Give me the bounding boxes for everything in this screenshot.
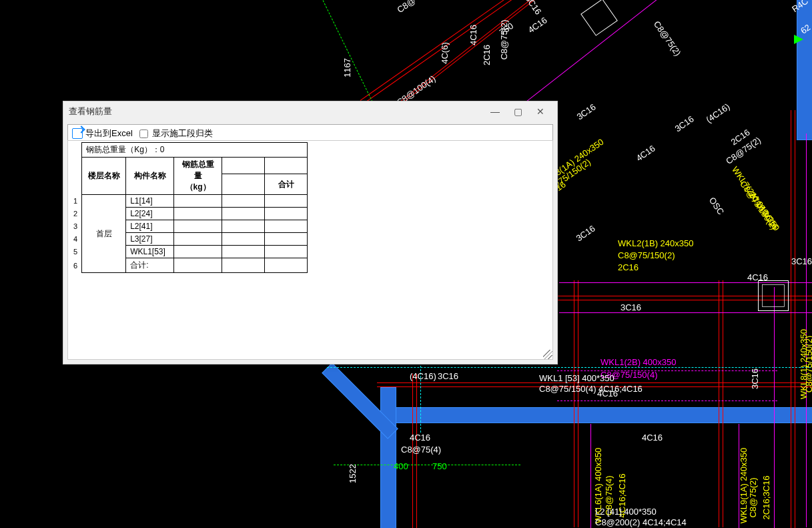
table-row[interactable]: 1 首层 L1[14]: [69, 195, 308, 208]
cad-label: 3C16: [750, 368, 760, 389]
dialog-titlebar[interactable]: 查看钢筋量 — ▢ ✕: [63, 101, 557, 121]
cad-label: 3C16: [575, 101, 598, 121]
cad-label: C8@75/150(4) 4C16;4C16: [539, 384, 643, 394]
cad-label: 1167: [342, 58, 352, 77]
cad-label: 3C16: [523, 0, 543, 17]
cad-label: 3C16: [791, 256, 812, 266]
summary-cell: 钢筋总重量（Kg）：0: [82, 143, 308, 158]
maximize-button[interactable]: ▢: [506, 104, 529, 119]
rebar-table: 钢筋总重量（Kg）：0 楼层名称 构件名称 钢筋总重量 （kg） 合计 1: [69, 142, 308, 273]
floor-cell: 首层: [82, 195, 126, 273]
cad-label: 2C16: [482, 45, 492, 65]
cad-label: C8@75(2): [748, 477, 758, 517]
col-total: 合计: [265, 174, 308, 195]
cad-label: L2 [41] 400*350: [595, 507, 657, 517]
cad-label: (4C16): [410, 371, 436, 381]
cad-label: 4C16: [410, 433, 430, 443]
show-segment-label: 显示施工段归类: [152, 127, 213, 140]
dialog-content: 钢筋总重量（Kg）：0 楼层名称 构件名称 钢筋总重量 （kg） 合计 1: [67, 140, 553, 360]
cad-label: WKL1 [53] 400*350: [539, 373, 615, 383]
cad-label: C8@75/150(2): [804, 336, 812, 392]
rebar-quantity-dialog: 查看钢筋量 — ▢ ✕ 导出到Excel 显示施工段归类 钢筋总重量（Kg）：0: [63, 101, 558, 364]
cad-label: C8@75/150(2): [618, 250, 675, 260]
export-icon: [72, 128, 83, 139]
cad-label: 750: [432, 461, 447, 471]
cad-label: 2C16;3C16: [761, 476, 771, 520]
cad-label: (4C16): [704, 101, 731, 125]
close-button[interactable]: ✕: [529, 104, 552, 119]
col-component: 构件名称: [126, 158, 174, 195]
cad-label: 4C(6): [440, 42, 450, 64]
dialog-title: 查看钢筋量: [69, 105, 112, 117]
col-weight: 钢筋总重量 （kg）: [174, 158, 222, 195]
cad-label: C8@: [395, 0, 417, 15]
cad-label: 3C16: [438, 371, 458, 381]
cad-label: 400: [394, 461, 408, 471]
cad-label: C8@75(2): [652, 19, 683, 58]
col-blank: [222, 158, 265, 174]
cad-label: 2C16: [618, 262, 639, 272]
cad-label: 3C16: [621, 302, 641, 312]
col-blank2: [265, 158, 308, 174]
col-sub-blank: [222, 174, 265, 195]
minimize-button[interactable]: —: [484, 104, 506, 119]
cad-label: 4C16: [635, 143, 657, 163]
col-floor: 楼层名称: [82, 158, 126, 195]
export-excel-button[interactable]: 导出到Excel: [72, 127, 133, 140]
show-segment-checkbox[interactable]: 显示施工段归类: [139, 127, 213, 140]
cad-label: C8@75(4): [401, 445, 441, 455]
cad-label: WKL2(1B) 240x350: [618, 238, 693, 248]
export-excel-label: 导出到Excel: [85, 127, 133, 140]
cad-label: 4C16: [526, 15, 549, 35]
cad-label: OSC: [707, 196, 726, 217]
cad-label: 1522: [348, 464, 358, 483]
cad-label: 4C16: [468, 25, 478, 45]
resize-grip[interactable]: [543, 350, 552, 359]
cad-label: 3C16: [673, 113, 696, 134]
cad-label: 4C16: [747, 272, 768, 282]
cad-label: 4C16: [642, 433, 663, 443]
cad-label: WKL1(2B) 400x350: [600, 357, 676, 367]
cad-label: C8@200(2) 4C14;4C14: [595, 517, 687, 527]
cad-label: 2C16;3C16: [747, 190, 781, 231]
show-segment-input[interactable]: [139, 129, 148, 138]
cad-label: 3C16: [574, 223, 597, 243]
